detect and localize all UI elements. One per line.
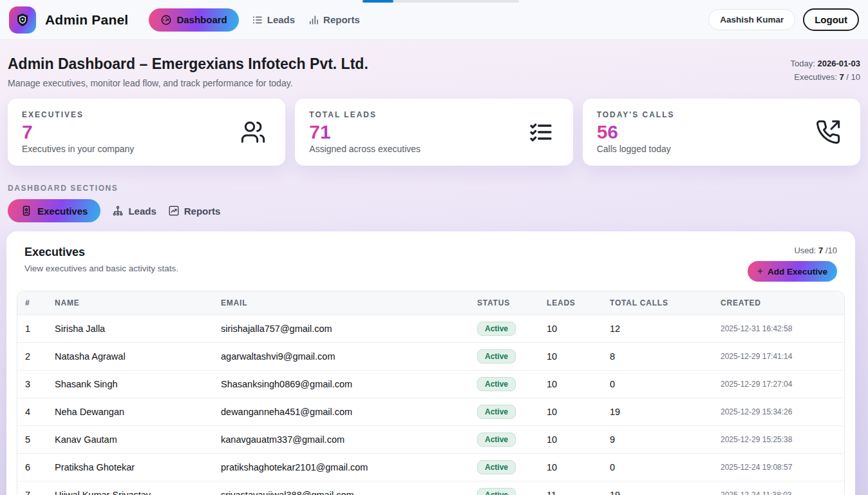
cell-created: 2025-12-24 11:38:03 [713,481,844,495]
cell-created: 2025-12-29 15:25:38 [713,426,844,454]
status-badge: Active [477,349,516,364]
cell-status: Active [469,398,539,426]
executives-quota: Executives: 7 / 10 [791,72,860,82]
cell-status: Active [469,343,539,371]
cell-created: 2025-12-29 17:41:14 [713,343,844,371]
stat-caption: Calls logged today [597,144,675,154]
cell-leads: 11 [539,481,602,495]
stat-value: 7 [22,121,33,142]
today-date: Today: 2026-01-03 [791,59,860,68]
cell-total-calls: 0 [602,454,713,481]
cell-status: Active [469,481,539,495]
cell-num: 5 [17,426,47,454]
app-logo [9,6,36,34]
cell-total-calls: 12 [602,315,713,343]
checklist-icon [528,119,554,145]
used-quota: Used: 7 /10 [748,246,837,255]
tab-executives-label: Executives [37,206,88,217]
table-row: 3 Shasank Singh Shasanksingh0869@gmail.c… [17,371,844,398]
stat-label: EXECUTIVES [22,110,134,119]
list-icon [252,14,263,26]
stat-caption: Assigned across executives [309,144,420,154]
table-row: 2 Natasha Agrawal agarwaltashvi9@gmail.c… [17,343,844,371]
status-badge: Active [477,377,516,391]
executives-panel: Executives View executives and basic act… [6,231,855,495]
dashboard-sections-label: DASHBOARD SECTIONS [8,184,868,193]
cell-name: Neha Dewangan [47,398,213,426]
add-executive-label: Add Executive [768,267,827,277]
tab-reports-label: Reports [184,206,221,217]
stat-card-todays-calls: TODAY'S CALLS 56 Calls logged today [583,99,860,166]
cell-total-calls: 8 [602,343,713,371]
cell-status: Active [469,315,539,343]
stat-cards: EXECUTIVES 7 Executives in your company … [8,99,860,166]
cell-num: 3 [17,371,47,398]
cell-created: 2025-12-29 17:27:04 [713,371,844,398]
nav-reports[interactable]: Reports [308,14,360,26]
cell-status: Active [469,426,539,454]
stat-value: 71 [309,121,330,142]
cell-num: 4 [17,398,47,426]
top-scrollbar-thumb[interactable] [363,0,393,3]
cell-email: dewanganneha451@gmail.com [213,398,469,426]
col-status: STATUS [469,291,539,315]
cell-created: 2025-12-29 15:34:26 [713,398,844,426]
cell-leads: 10 [539,315,602,343]
cell-num: 7 [17,481,47,495]
cell-total-calls: 19 [602,481,713,495]
cell-leads: 10 [539,371,602,398]
bar-chart-icon [308,14,319,26]
col-total-calls: TOTAL CALLS [602,291,713,315]
page-title: Admin Dashboard – Emergexians Infotech P… [8,55,368,73]
cell-total-calls: 0 [602,371,713,398]
add-executive-button[interactable]: + Add Executive [748,261,837,282]
tab-reports[interactable]: Reports [168,205,221,217]
cell-name: Ujjwal Kumar Srivastav [47,481,213,495]
cell-email: pratikshaghotekar2101@gmail.com [213,454,469,481]
cell-leads: 10 [539,398,602,426]
cell-num: 1 [17,315,47,343]
col-leads: LEADS [539,291,602,315]
top-scrollbar-track[interactable] [363,0,519,3]
header-meta: Today: 2026-01-03 Executives: 7 / 10 [791,55,860,86]
cell-leads: 10 [539,426,602,454]
col-name: NAME [47,291,213,315]
table-body: 1 Sirisha Jalla sirishajalla757@gmail.co… [17,315,844,495]
cell-status: Active [469,371,539,398]
nav-leads-label: Leads [267,14,295,25]
cell-total-calls: 9 [602,426,713,454]
cell-num: 6 [17,454,47,481]
panel-title: Executives [24,246,178,259]
logout-button[interactable]: Logout [803,8,859,31]
cell-name: Pratiksha Ghotekar [47,454,213,481]
cell-email: Shasanksingh0869@gmail.com [213,371,469,398]
stat-card-total-leads: TOTAL LEADS 71 Assigned across executive… [295,99,572,166]
cell-total-calls: 19 [602,398,713,426]
table-row: 1 Sirisha Jalla sirishajalla757@gmail.co… [17,315,844,343]
cell-email: sirishajalla757@gmail.com [213,315,469,343]
cell-name: Sirisha Jalla [47,315,213,343]
nav-leads[interactable]: Leads [252,14,295,26]
stat-caption: Executives in your company [22,144,134,154]
phone-outgoing-icon [815,119,841,145]
col-created: CREATED [713,291,844,315]
cell-created: 2025-12-24 19:08:57 [713,454,844,481]
plus-icon: + [757,266,763,277]
chart-line-icon [168,205,180,217]
status-badge: Active [477,460,516,474]
stat-card-executives: EXECUTIVES 7 Executives in your company [8,99,285,166]
cell-email: srivastavaujjwal388@gmail.com [213,481,469,495]
status-badge: Active [477,488,516,495]
shield-icon [15,12,30,28]
tab-executives[interactable]: Executives [8,199,100,222]
sitemap-icon [112,205,124,217]
tab-leads[interactable]: Leads [112,205,156,217]
gauge-icon [160,14,172,26]
cell-email: agarwaltashvi9@gmail.com [213,343,469,371]
table-row: 6 Pratiksha Ghotekar pratikshaghotekar21… [17,454,844,481]
table-row: 7 Ujjwal Kumar Srivastav srivastavaujjwa… [17,481,844,495]
nav-dashboard-label: Dashboard [176,14,227,25]
executives-table: # NAME EMAIL STATUS LEADS TOTAL CALLS CR… [17,291,845,495]
nav-dashboard[interactable]: Dashboard [149,8,238,32]
stat-value: 56 [597,121,618,142]
